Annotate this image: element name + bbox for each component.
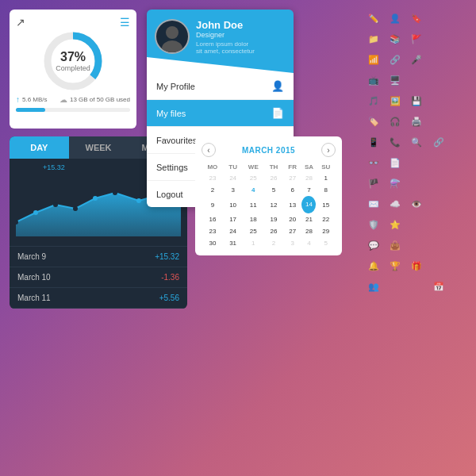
tv-icon[interactable]: 📺 <box>365 71 382 89</box>
monitor-icon[interactable]: 🖥️ <box>386 71 404 89</box>
cal-day[interactable]: 15 <box>316 196 336 213</box>
share-icon[interactable]: ↗ <box>16 16 25 29</box>
progress-percent: 37% <box>56 49 90 64</box>
bag-icon[interactable]: 👜 <box>386 236 404 254</box>
file-icon: 📄 <box>271 107 284 119</box>
share-icon[interactable]: 🔗 <box>386 51 404 68</box>
wifi-icon[interactable]: 📶 <box>365 51 382 68</box>
cal-day-header: MO <box>202 162 224 172</box>
cal-day-header: SU <box>316 162 336 172</box>
placeholder-icon <box>451 216 469 233</box>
cal-day[interactable]: 31 <box>224 237 243 249</box>
phone-icon[interactable]: 📞 <box>386 133 404 151</box>
donut-chart: 37% Completed <box>16 32 130 90</box>
cal-day[interactable]: 1 <box>316 172 336 184</box>
cal-day[interactable]: 28 <box>301 172 316 184</box>
cal-day[interactable]: 6 <box>283 184 302 196</box>
cal-day[interactable]: 13 <box>283 196 302 213</box>
tablet-icon[interactable]: 📱 <box>365 133 382 151</box>
placeholder-icon <box>430 236 447 254</box>
tab-day[interactable]: DAY <box>10 136 69 159</box>
cal-day[interactable]: 28 <box>301 225 316 237</box>
cal-day[interactable]: 3 <box>224 184 243 196</box>
image-icon[interactable]: 🖼️ <box>386 92 404 109</box>
calendar-grid: MO TU WE TH FR SA SU 23 24 25 26 27 28 1… <box>202 162 336 249</box>
cal-day[interactable]: 20 <box>283 213 302 225</box>
headphones-icon[interactable]: 🎧 <box>386 113 404 130</box>
cal-day[interactable]: 1 <box>242 237 264 249</box>
cal-day[interactable]: 24 <box>224 172 243 184</box>
user-icon[interactable]: 👤 <box>386 10 404 27</box>
tag-icon[interactable]: 🏷️ <box>365 113 382 130</box>
cloud-icon[interactable]: ☁️ <box>386 195 404 213</box>
chat-icon[interactable]: 💬 <box>365 236 382 254</box>
mail-icon[interactable]: ✉️ <box>365 195 382 213</box>
floppy-icon[interactable]: 💾 <box>408 92 425 109</box>
cal-day[interactable]: 18 <box>242 213 264 225</box>
cal-day[interactable]: 27 <box>283 225 302 237</box>
cal-day[interactable]: 27 <box>283 172 302 184</box>
menu-icon[interactable]: ☰ <box>120 16 130 29</box>
cal-day[interactable]: 4 <box>242 184 264 196</box>
cal-day[interactable]: 2 <box>264 237 283 249</box>
cal-day[interactable]: 2 <box>202 184 224 196</box>
cal-day[interactable]: 23 <box>202 225 224 237</box>
cal-day[interactable]: 4 <box>301 237 316 249</box>
cal-day[interactable]: 24 <box>224 225 243 237</box>
cal-day[interactable]: 26 <box>264 225 283 237</box>
glasses-icon[interactable]: 👓 <box>365 154 382 171</box>
mic-icon[interactable]: 🎤 <box>408 51 425 68</box>
cal-day[interactable]: 8 <box>316 184 336 196</box>
cal-day[interactable]: 12 <box>264 196 283 213</box>
tab-week[interactable]: WEEK <box>69 136 129 159</box>
link-icon[interactable]: 🔗 <box>430 133 447 151</box>
eye-icon[interactable]: 👁️ <box>408 195 425 213</box>
search-icon[interactable]: 🔍 <box>408 133 425 151</box>
group-icon[interactable]: 👥 <box>365 278 382 295</box>
cal-day[interactable]: 16 <box>202 213 224 225</box>
flask-icon[interactable]: ⚗️ <box>386 175 404 192</box>
menu-item-profile[interactable]: My Profile 👤 <box>147 73 294 100</box>
star-icon[interactable]: ⭐ <box>386 216 404 233</box>
cal-prev-button[interactable]: ‹ <box>202 143 216 157</box>
book-icon[interactable]: 📚 <box>386 30 404 48</box>
storage-bar-bg <box>16 108 130 112</box>
cal-day[interactable]: 19 <box>264 213 283 225</box>
flag-icon[interactable]: 🚩 <box>408 30 425 48</box>
cal-day[interactable]: 25 <box>242 225 264 237</box>
placeholder-icon <box>451 257 469 274</box>
bookmark-icon[interactable]: 🔖 <box>408 10 425 27</box>
music-icon[interactable]: 🎵 <box>365 92 382 109</box>
cal-day[interactable]: 9 <box>202 196 224 213</box>
cal-day[interactable]: 5 <box>316 237 336 249</box>
upload-icon: ↑ <box>16 95 20 104</box>
edit-icon[interactable]: ✏️ <box>365 10 382 27</box>
cal-day[interactable]: 26 <box>264 172 283 184</box>
cal-day[interactable]: 5 <box>264 184 283 196</box>
doc-icon[interactable]: 📄 <box>386 154 404 171</box>
cal-day[interactable]: 29 <box>316 225 336 237</box>
cal-day[interactable]: 23 <box>202 172 224 184</box>
print-icon[interactable]: 🖨️ <box>408 113 425 130</box>
cal-day[interactable]: 30 <box>202 237 224 249</box>
placeholder-icon <box>408 175 425 192</box>
calendar-icon[interactable]: 📅 <box>430 278 447 295</box>
cal-day[interactable]: 10 <box>224 196 243 213</box>
cal-day[interactable]: 25 <box>242 172 264 184</box>
cal-next-button[interactable]: › <box>321 143 336 157</box>
menu-item-files[interactable]: My files 📄 <box>147 100 294 127</box>
cal-today[interactable]: 14 <box>301 196 316 213</box>
bell-icon[interactable]: 🔔 <box>365 257 382 274</box>
flag2-icon[interactable]: 🏴 <box>365 175 382 192</box>
cal-day[interactable]: 7 <box>301 184 316 196</box>
cal-day[interactable]: 21 <box>301 213 316 225</box>
cal-day[interactable]: 22 <box>316 213 336 225</box>
cal-day[interactable]: 17 <box>224 213 243 225</box>
chart-date-2: March 10 <box>17 273 51 282</box>
trophy-icon[interactable]: 🏆 <box>386 257 404 274</box>
cal-day[interactable]: 11 <box>242 196 264 213</box>
folder-icon[interactable]: 📁 <box>365 30 382 48</box>
shield-icon[interactable]: 🛡️ <box>365 216 382 233</box>
cal-day[interactable]: 3 <box>283 237 302 249</box>
gift-icon[interactable]: 🎁 <box>408 257 425 274</box>
